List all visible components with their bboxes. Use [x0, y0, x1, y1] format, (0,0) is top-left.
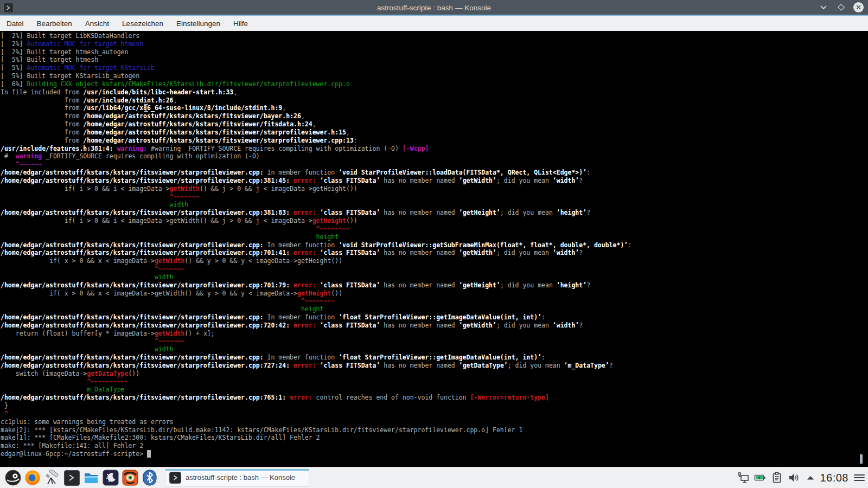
launcher-stellarium-icon[interactable] [102, 469, 119, 486]
terminal-line: width [1, 345, 868, 354]
konsole-window-icon [3, 3, 14, 13]
terminal-line: /home/edgar/astrostuff/kstars/kstars/fit… [1, 394, 868, 402]
terminal-line: from /usr/include/stdint.h:26, [1, 97, 868, 105]
terminal-line: /home/edgar/astrostuff/kstars/kstars/fit… [1, 362, 868, 370]
terminal-line: ^~~~~~~~~ [1, 225, 868, 233]
terminal-line: from /home/edgar/astrostuff/kstars/kstar… [1, 137, 868, 145]
menu-item-lesezeichen[interactable]: Lesezeichen [122, 20, 163, 28]
terminal-line: if( x > 0 && x < imageData->getWidth() &… [1, 257, 868, 265]
terminal-line: [ 5%] Built target KStarsLib_autogen [1, 72, 868, 80]
terminal-line: if( i > 0 && i < imageData->getWidth() &… [1, 217, 868, 225]
expand-tray-arrow-icon[interactable] [805, 472, 816, 484]
terminal-line: width [1, 273, 868, 281]
clock[interactable]: 16:08 [820, 472, 848, 484]
terminal-line: /home/edgar/astrostuff/kstars/kstars/fit… [1, 281, 868, 290]
terminal-line: [ 2%] Built target htmesh_autogen [1, 48, 868, 56]
launcher-konsole-icon[interactable] [63, 469, 80, 486]
window-title: astrostuff-scripte : bash — Konsole [0, 4, 868, 12]
terminal-line: } [1, 402, 868, 410]
terminal-line: [ 2%] Automatic MOC for target htmesh [1, 40, 868, 48]
terminal-line: height [1, 233, 868, 241]
menu-item-bearbeiten[interactable]: Bearbeiten [37, 20, 72, 28]
task-button-label: astrostuff-scripte : bash — Konsole [186, 473, 295, 481]
terminal-line: [ 2%] Built target LibKSDataHandlers [1, 32, 868, 40]
menu-bar: DateiBearbeitenAnsichtLesezeichenEinstel… [0, 16, 868, 31]
konsole-task-icon [169, 472, 181, 484]
terminal-line: height [1, 305, 868, 313]
terminal-line: /home/edgar/astrostuff/kstars/kstars/fit… [1, 322, 868, 330]
launcher-opensuse-menu-icon[interactable] [4, 469, 22, 486]
menu-item-hilfe[interactable]: Hilfe [233, 20, 248, 28]
terminal-line: [ 6%] Building CXX object kstars/CMakeFi… [1, 80, 868, 88]
panel-menu-icon[interactable] [854, 472, 865, 484]
terminal-line: [ 5%] Automatic MOC for target KStarsLib [1, 64, 868, 72]
task-button-active-indicator [165, 469, 309, 471]
terminal-line: edgar@linux-6pcp:~/astrostuff-scripte> [1, 450, 868, 458]
terminal-line: ^~~~~~~~ [1, 193, 868, 201]
terminal-line: from /home/edgar/astrostuff/kstars/kstar… [1, 129, 868, 137]
terminal-line: make[1]: *** [CMakeFiles/Makefile2:300: … [1, 434, 868, 442]
menu-item-ansicht[interactable]: Ansicht [85, 20, 109, 28]
scrollbar-thumb[interactable] [860, 454, 863, 464]
terminal-line: if( i > 0 && i < imageData->getWidth() &… [1, 185, 868, 193]
terminal-line: ^ [1, 410, 868, 418]
terminal-line: from /home/edgar/astrostuff/kstars/kstar… [1, 120, 868, 129]
terminal-line: make[2]: *** [kstars/CMakeFiles/KStarsLi… [1, 426, 868, 434]
terminal-line: ^~~~~~~ [1, 160, 868, 169]
terminal-line: /home/edgar/astrostuff/kstars/kstars/fit… [1, 313, 868, 322]
terminal-line: m_DataType [1, 386, 868, 394]
terminal-line: /home/edgar/astrostuff/kstars/kstars/fit… [1, 169, 868, 177]
terminal-line: ^~~~~~~~ [1, 265, 868, 273]
terminal-line: width [1, 201, 868, 209]
volume-icon[interactable] [788, 472, 800, 484]
text-cursor-pointer [143, 103, 149, 115]
terminal-line: In file included from /usr/include/bits/… [1, 88, 868, 97]
clipboard-icon[interactable] [771, 472, 783, 484]
terminal-line: ^~~~~~~~~ [1, 297, 868, 305]
terminal-line: if( x > 0 && x < imageData->getWidth() &… [1, 290, 868, 298]
close-button[interactable] [853, 2, 864, 13]
terminal-line: /home/edgar/astrostuff/kstars/kstars/fit… [1, 241, 868, 249]
terminal-line: ^~~~~~~~~~~ [1, 378, 868, 386]
launcher-telescope-icon[interactable] [43, 469, 61, 486]
title-bar[interactable]: astrostuff-scripte : bash — Konsole [0, 0, 868, 16]
menu-item-einstellungen[interactable]: Einstellungen [176, 20, 220, 28]
terminal-line: make: *** [Makefile:141: all] Fehler 2 [1, 442, 868, 450]
terminal-output[interactable]: [ 2%] Built target LibKSDataHandlers[ 2%… [0, 31, 868, 467]
launcher-dolphin-files-icon[interactable] [82, 469, 100, 486]
terminal-line: cc1plus: some warnings being treated as … [1, 418, 868, 426]
terminal-line: switch (imageData->getDataType()) [1, 370, 868, 378]
terminal-line: return (float) buffer[y * imageData->get… [1, 330, 868, 338]
maximize-button[interactable] [835, 2, 846, 13]
terminal-line: /home/edgar/astrostuff/kstars/kstars/fit… [1, 249, 868, 257]
network-icon[interactable] [737, 472, 749, 484]
terminal-line: from /home/edgar/astrostuff/kstars/kstar… [1, 112, 868, 120]
terminal-line: [ 5%] Built target htmesh [1, 56, 868, 64]
terminal-line: ^~~~~~~~ [1, 337, 868, 345]
terminal-line: from /usr/lib64/gcc/x86_64-suse-linux/8/… [1, 104, 868, 112]
terminal-line: /home/edgar/astrostuff/kstars/kstars/fit… [1, 354, 868, 362]
taskbar-panel: astrostuff-scripte : bash — Konsole [0, 467, 868, 488]
terminal-line: /usr/include/features.h:381:4: warning: … [1, 145, 868, 153]
battery-icon[interactable] [754, 472, 766, 484]
launcher-bluetooth-icon[interactable] [141, 469, 158, 486]
launcher-firefox-icon[interactable] [24, 469, 41, 486]
terminal-line: # warning _FORTIFY_SOURCE requires compi… [1, 152, 868, 160]
terminal-line: /home/edgar/astrostuff/kstars/kstars/fit… [1, 209, 868, 217]
launcher-astro-app-icon[interactable] [122, 469, 139, 486]
task-button-konsole[interactable]: astrostuff-scripte : bash — Konsole [165, 469, 309, 487]
terminal-line: /home/edgar/astrostuff/kstars/kstars/fit… [1, 177, 868, 185]
menu-item-datei[interactable]: Datei [7, 20, 24, 28]
minimize-button[interactable] [818, 2, 829, 13]
